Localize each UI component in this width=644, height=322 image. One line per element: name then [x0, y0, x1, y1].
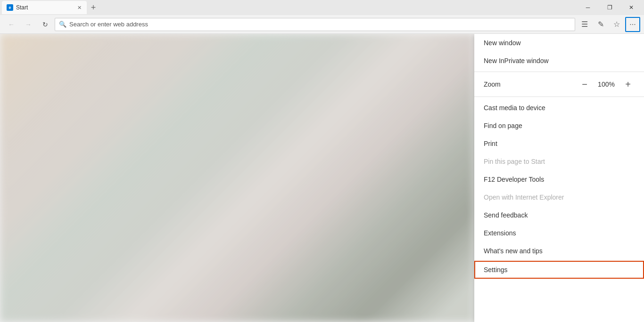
close-button[interactable]: ✕	[620, 0, 642, 15]
search-icon: 🔍	[59, 21, 66, 28]
print-label: Print	[484, 140, 497, 147]
print-item[interactable]: Print	[474, 135, 644, 153]
refresh-button[interactable]: ↻	[38, 17, 53, 32]
whats-new-label: What's new and tips	[484, 247, 543, 255]
toolbar-icons: ☰ ✎ ☆ ···	[577, 17, 640, 32]
zoom-plus-button[interactable]: +	[621, 78, 635, 91]
tab-title: Start	[16, 4, 73, 11]
new-inprivate-label: New InPrivate window	[484, 57, 549, 64]
open-ie-item[interactable]: Open with Internet Explorer	[474, 188, 644, 206]
reading-view-button[interactable]: ☰	[577, 17, 592, 32]
pin-to-start-label: Pin this page to Start	[484, 158, 545, 165]
zoom-label: Zoom	[484, 80, 572, 88]
divider-2	[474, 97, 644, 97]
web-note-button[interactable]: ✎	[593, 17, 608, 32]
find-on-page-item[interactable]: Find on page	[474, 117, 644, 135]
pin-to-start-item[interactable]: Pin this page to Start	[474, 153, 644, 170]
minimize-button[interactable]: ─	[577, 0, 599, 15]
settings-label: Settings	[484, 266, 508, 274]
find-on-page-label: Find on page	[484, 122, 522, 129]
browser-content-overlay	[0, 34, 474, 322]
window-controls: ─ ❐ ✕	[577, 0, 642, 15]
more-button[interactable]: ···	[625, 17, 640, 32]
whats-new-item[interactable]: What's new and tips	[474, 242, 644, 260]
open-ie-label: Open with Internet Explorer	[484, 193, 564, 201]
navigation-bar: ← → ↻ 🔍 Search or enter web address ☰ ✎ …	[0, 15, 644, 34]
extensions-label: Extensions	[484, 229, 516, 237]
divider-1	[474, 72, 644, 72]
reading-icon: ☰	[581, 20, 588, 29]
new-inprivate-item[interactable]: New InPrivate window	[474, 52, 644, 70]
send-feedback-item[interactable]: Send feedback	[474, 206, 644, 224]
hub-button[interactable]: ☆	[609, 17, 624, 32]
address-text: Search or enter web address	[69, 21, 148, 28]
tab-favicon: e	[7, 4, 13, 11]
dropdown-menu: New window New InPrivate window Zoom − 1…	[474, 34, 644, 322]
maximize-button[interactable]: ❐	[599, 0, 620, 15]
back-icon: ←	[8, 21, 15, 28]
hub-icon: ☆	[613, 20, 620, 29]
title-bar: e Start ✕ + ─ ❐ ✕	[0, 0, 644, 15]
refresh-icon: ↻	[42, 21, 48, 28]
more-icon: ···	[629, 20, 636, 29]
new-window-item[interactable]: New window	[474, 34, 644, 52]
main-content: New window New InPrivate window Zoom − 1…	[0, 34, 644, 322]
cast-media-item[interactable]: Cast media to device	[474, 99, 644, 117]
send-feedback-label: Send feedback	[484, 211, 528, 219]
back-button[interactable]: ←	[4, 17, 19, 32]
new-window-label: New window	[484, 39, 521, 47]
forward-button[interactable]: →	[21, 17, 36, 32]
cast-media-label: Cast media to device	[484, 104, 545, 112]
tab-area: e Start ✕ +	[2, 1, 575, 14]
note-icon: ✎	[598, 20, 604, 29]
tab-close-button[interactable]: ✕	[75, 4, 83, 11]
zoom-minus-button[interactable]: −	[578, 78, 591, 91]
extensions-item[interactable]: Extensions	[474, 224, 644, 242]
forward-icon: →	[25, 21, 32, 28]
settings-item[interactable]: Settings	[474, 261, 644, 279]
zoom-value: 100%	[597, 80, 616, 88]
address-bar[interactable]: 🔍 Search or enter web address	[55, 18, 575, 31]
browser-tab[interactable]: e Start ✕	[2, 1, 87, 14]
f12-dev-tools-item[interactable]: F12 Developer Tools	[474, 170, 644, 188]
f12-dev-tools-label: F12 Developer Tools	[484, 176, 544, 183]
zoom-row: Zoom − 100% +	[474, 74, 644, 95]
new-tab-button[interactable]: +	[87, 1, 100, 14]
